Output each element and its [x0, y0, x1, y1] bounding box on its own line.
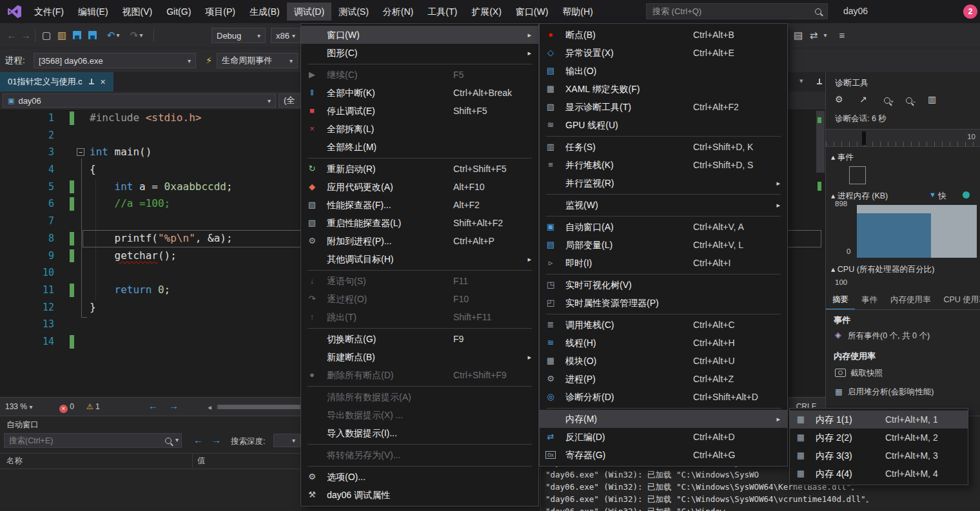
menubar-item[interactable]: 文件(F) [27, 3, 71, 21]
filter-funnel-icon[interactable]: ▼ [929, 191, 936, 198]
menu-item[interactable]: ◳实时可视化树(V) [540, 276, 787, 294]
menu-item[interactable]: ▣自动窗口(A)Ctrl+Alt+V, A [540, 218, 787, 236]
menu-item[interactable]: ▦内存 2(2)Ctrl+Alt+M, 2 [790, 429, 968, 447]
autos-search-input[interactable] [4, 433, 182, 448]
menu-item[interactable]: ▦内存 3(3)Ctrl+Alt+M, 3 [790, 447, 968, 465]
pin-icon[interactable] [816, 79, 823, 85]
menubar-item[interactable]: 窗口(W) [509, 3, 556, 21]
menubar-item[interactable]: 工具(T) [420, 3, 464, 21]
zoom-level-dropdown[interactable]: 133 % ▾ [5, 402, 32, 411]
zoom-out-icon[interactable]: − [906, 97, 916, 106]
close-icon[interactable]: × [101, 77, 106, 87]
menubar-item[interactable]: 编辑(E) [71, 3, 115, 21]
menu-item[interactable]: ◎诊断分析(D)Ctrl+Shift+Alt+D [540, 388, 787, 406]
menu-item[interactable]: ▦内存 1(1)Ctrl+Alt+M, 1 [790, 410, 968, 429]
settings-gear-icon[interactable]: ⚙ [835, 94, 843, 104]
menu-item[interactable]: ≡并行堆栈(K)Ctrl+Shift+D, S [540, 156, 787, 174]
menu-item[interactable]: 图形(C)▸ [301, 44, 538, 62]
pin-icon[interactable] [88, 79, 95, 85]
menu-item[interactable]: 并行监视(R)▸ [540, 174, 787, 192]
menubar-item[interactable]: 调试(D) [287, 3, 331, 21]
menu-item[interactable]: ×全部拆离(L) [301, 120, 538, 138]
menu-item[interactable]: 内存(M)▸ [540, 410, 787, 428]
menu-item[interactable]: ▹即时(I)Ctrl+Alt+I [540, 254, 787, 272]
menu-item[interactable]: 全部终止(M) [301, 138, 538, 156]
menu-item[interactable]: 清除所有数据提示(A) [301, 388, 538, 406]
tab-01-pointer-file[interactable]: 01指针定义与使用.c × [0, 72, 113, 92]
menu-item[interactable]: ●断点(B)Ctrl+Alt+B [540, 26, 787, 44]
error-badge[interactable]: × 0 [59, 402, 74, 413]
menu-item[interactable]: 将转储另存为(V)... [301, 446, 538, 464]
menu-item[interactable]: ▦XAML 绑定失败(F) [540, 80, 787, 98]
timeline-ruler[interactable]: 10 [826, 129, 980, 147]
hscroll-left-arrow-icon[interactable]: ◂ [208, 403, 211, 412]
menu-item[interactable]: ▤输出(O) [540, 62, 787, 80]
menu-item[interactable]: ⚒day06 调试属性 [301, 486, 538, 504]
solution-platform-dropdown[interactable]: x86 ▾ [271, 28, 300, 43]
menubar-item[interactable]: 帮助(H) [555, 3, 600, 21]
memory-usage-chart[interactable] [857, 205, 977, 258]
menu-item[interactable]: ⚙进程(P)Ctrl+Alt+Z [540, 370, 787, 388]
diagnostics-tab[interactable]: CPU 使用率 [937, 291, 980, 309]
menu-item[interactable]: ▦内存 4(4)Ctrl+Alt+M, 4 [790, 465, 968, 483]
redo-dropdown-icon[interactable]: ▾ [138, 23, 144, 48]
enable-heap-profiling-button[interactable]: 启用堆分析(会影响性能) [848, 387, 934, 398]
chevron-down-icon[interactable]: ▾ [799, 77, 803, 85]
undo-dropdown-icon[interactable]: ▾ [115, 23, 121, 48]
menu-item[interactable]: ↓逐语句(S)F11 [301, 272, 538, 290]
diagnostics-tab[interactable]: 事件 [855, 291, 884, 309]
menu-item[interactable]: 导入数据提示(I)... [301, 424, 538, 442]
quick-search-box[interactable]: 搜索 (Ctrl+Q) [646, 3, 828, 19]
diagnostics-tab[interactable]: 摘要 [826, 291, 855, 310]
menu-item[interactable]: 0x寄存器(G)Ctrl+Alt+G [540, 446, 787, 464]
lifecycle-events-dropdown[interactable]: 生命周期事件 ▾ [217, 53, 298, 68]
user-avatar[interactable]: 2 [963, 5, 977, 19]
menubar-item[interactable]: 视图(V) [115, 3, 160, 21]
cpu-section-header[interactable]: ▴ CPU (所有处理器的百分比) [831, 264, 934, 275]
menu-item[interactable]: ▤局部变量(L)Ctrl+Alt+V, L [540, 236, 787, 254]
menu-item[interactable]: ●删除所有断点(D)Ctrl+Shift+F9 [301, 366, 538, 384]
export-icon[interactable]: ↗ [859, 94, 867, 104]
zoom-in-icon[interactable]: + [884, 97, 894, 106]
column-separator[interactable] [192, 454, 193, 468]
menu-item[interactable]: 新建断点(B)▸ [301, 348, 538, 366]
all-events-link[interactable]: 所有事件(0 个, 共 0 个) [848, 331, 930, 342]
navigate-forward-icon[interactable]: → [19, 23, 32, 48]
menubar-item[interactable]: 生成(B) [242, 3, 287, 21]
menu-item[interactable]: ◆应用代码更改(A)Alt+F10 [301, 178, 538, 196]
menubar-item[interactable]: 扩展(X) [464, 3, 509, 21]
column-header-name[interactable]: 名称 [6, 456, 23, 467]
menu-item[interactable]: ⇄反汇编(D)Ctrl+Alt+D [540, 428, 787, 446]
project-dropdown[interactable]: ▣ day06 ▾ [3, 93, 276, 108]
menu-item[interactable]: ‖全部中断(K)Ctrl+Alt+Break [301, 84, 538, 102]
editor-scrollbar[interactable] [816, 110, 825, 397]
search-depth-dropdown[interactable]: ▾ [273, 434, 300, 447]
menu-item[interactable]: ▧重启性能探查器(L)Shift+Alt+F2 [301, 214, 538, 232]
memory-filter-label[interactable]: 快 [938, 191, 946, 202]
menu-item[interactable]: ⚙选项(O)... [301, 468, 538, 486]
toolbar-icon[interactable]: ▤ [792, 23, 805, 48]
take-snapshot-button[interactable]: 截取快照 [850, 368, 883, 379]
menu-item[interactable]: 导出数据提示(X) ... [301, 406, 538, 424]
menu-item[interactable]: 其他调试目标(H)▸ [301, 250, 538, 268]
menu-item[interactable]: ■停止调试(E)Shift+F5 [301, 102, 538, 120]
menu-item[interactable]: 窗口(W)▸ [301, 26, 538, 44]
toolbar-dropdown-icon[interactable]: ▾ [821, 23, 829, 48]
menubar-item[interactable]: 测试(S) [331, 3, 376, 21]
menu-item[interactable]: ≋线程(H)Ctrl+Alt+H [540, 334, 787, 352]
save-icon[interactable] [73, 31, 81, 39]
toolbar-icon[interactable]: ⇄ [807, 23, 820, 48]
warning-badge[interactable]: ⚠ 1 [86, 402, 100, 411]
menu-item[interactable]: ↻重新启动(R)Ctrl+Shift+F5 [301, 160, 538, 178]
process-dropdown[interactable]: [3568] day06.exe ▾ [34, 53, 196, 68]
new-file-icon[interactable]: ▢ [40, 23, 53, 48]
menu-item[interactable]: ⚙附加到进程(P)...Ctrl+Alt+P [301, 232, 538, 250]
save-all-icon[interactable] [88, 31, 97, 39]
menu-item[interactable]: ▦模块(O)Ctrl+Alt+U [540, 352, 787, 370]
menu-item[interactable]: 切换断点(G)F9 [301, 330, 538, 348]
menu-item[interactable]: ▶继续(C)F5 [301, 66, 538, 84]
menu-item[interactable]: ↷逐过程(O)F10 [301, 290, 538, 308]
toolbar-overflow-icon[interactable]: ≡ [836, 23, 848, 48]
menu-item[interactable]: ↑跳出(T)Shift+F11 [301, 308, 538, 326]
menu-item[interactable]: ≣调用堆栈(C)Ctrl+Alt+C [540, 316, 787, 334]
